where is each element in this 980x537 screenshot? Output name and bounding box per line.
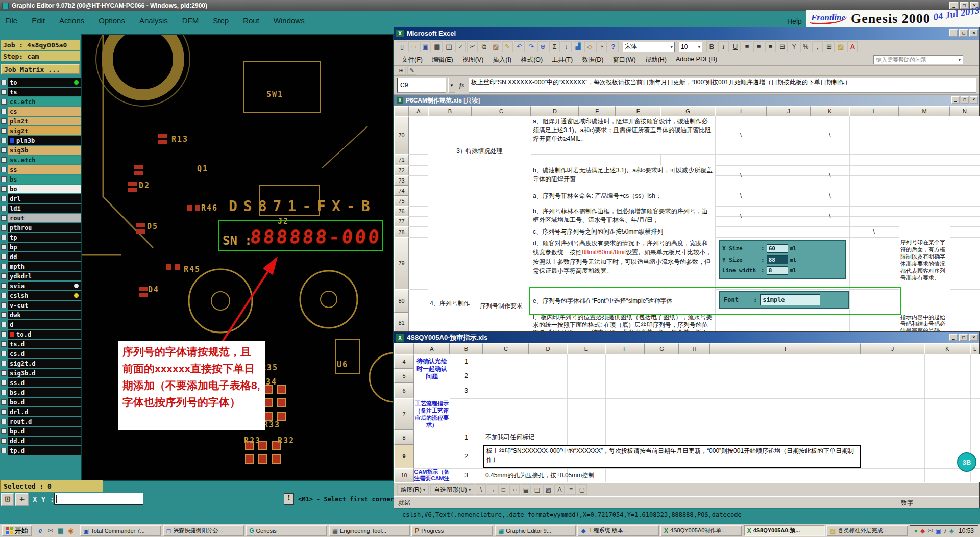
font-color-icon[interactable]: A xyxy=(847,41,858,52)
layer-checkbox[interactable] xyxy=(1,235,7,240)
insert-table-icon[interactable]: ⊞ xyxy=(397,67,406,75)
column-header[interactable]: A xyxy=(409,106,428,116)
chart-wizard-icon[interactable]: ▟ xyxy=(573,41,583,52)
cell-b6[interactable]: 3 xyxy=(450,383,483,398)
excel-close-button[interactable]: × xyxy=(969,29,978,37)
row-header[interactable]: 80 xyxy=(394,289,409,313)
row-header[interactable]: 75 xyxy=(394,196,409,206)
hyperlink-icon[interactable]: ⊕ xyxy=(537,41,548,52)
column-header[interactable]: E xyxy=(579,106,616,116)
drawing-tool-icon[interactable]: □ xyxy=(498,484,508,495)
cell-slash[interactable]: \ xyxy=(849,226,899,237)
layer-row[interactable]: bp xyxy=(1,242,81,252)
column-header[interactable]: B xyxy=(450,343,483,354)
layer-row[interactable]: ydkdrl xyxy=(1,271,81,281)
doc2-close-button[interactable]: × xyxy=(969,334,978,341)
cell-b9[interactable]: 2 xyxy=(450,445,483,468)
layer-checkbox[interactable] xyxy=(1,273,7,279)
layer-row[interactable]: ts.d xyxy=(1,339,81,349)
layer-checkbox[interactable] xyxy=(1,341,7,347)
layer-row[interactable]: ss xyxy=(1,165,81,174)
cell-row74[interactable]: a、序列号菲林名命名: 产品编号+cs（ss）lsh； xyxy=(531,186,715,206)
new-icon[interactable]: ▯ xyxy=(397,41,407,52)
bold-button[interactable]: B xyxy=(706,41,717,52)
column-header[interactable]: G xyxy=(660,106,715,116)
layer-row[interactable]: sig2t.d xyxy=(1,359,81,368)
tray-icon-volume[interactable]: ♪ xyxy=(944,527,947,534)
row-header[interactable]: 5 xyxy=(394,369,414,383)
row-header[interactable]: 78 xyxy=(394,226,409,237)
cell-row70[interactable]: a、阻焊开通窗区域印碳油时，阻焊开窗按顾客设计，碳油制作必须满足上述3.1)。a… xyxy=(531,116,715,154)
row-header[interactable]: 8 xyxy=(394,430,414,445)
redo-icon[interactable]: ↷ xyxy=(526,41,536,52)
layer-checkbox[interactable] xyxy=(1,89,7,95)
open-icon[interactable]: ▭ xyxy=(408,41,419,52)
taskbar-task[interactable]: X 4S8QY005A0-预... xyxy=(744,525,825,536)
drawing-tool-icon[interactable]: → xyxy=(487,484,497,495)
layer-checkbox[interactable] xyxy=(1,225,7,231)
taskbar-task[interactable]: G Genesis xyxy=(246,525,327,536)
cell-row78[interactable]: c、序列号与序列号之间的间距按50mm纵横排列 xyxy=(531,226,715,237)
spelling-icon[interactable]: ✓ xyxy=(455,41,466,52)
layer-row[interactable]: drl xyxy=(1,194,81,203)
column-header[interactable]: N xyxy=(950,106,979,116)
column-header[interactable]: K xyxy=(924,343,970,354)
layer-checkbox[interactable] xyxy=(1,147,7,153)
cell-slash[interactable]: \ xyxy=(715,116,767,154)
column-header[interactable]: M xyxy=(899,106,950,116)
currency-icon[interactable]: ￥ xyxy=(789,41,799,52)
tray-icon-shield[interactable]: ● xyxy=(914,527,918,534)
drawing-tool-icon[interactable]: A xyxy=(554,484,565,495)
column-header[interactable]: B xyxy=(428,106,472,116)
genesis-menu-item[interactable]: Options xyxy=(99,16,125,25)
excel-restore-button[interactable]: □ xyxy=(959,29,968,37)
column-header[interactable]: L xyxy=(970,343,979,354)
column-header[interactable]: C xyxy=(472,106,531,116)
media-player-icon[interactable]: ◉ xyxy=(66,526,76,535)
select-all-corner[interactable] xyxy=(394,343,414,354)
layer-checkbox[interactable] xyxy=(1,370,7,376)
row-header[interactable]: 7 xyxy=(394,398,414,430)
layer-row[interactable]: sig2t xyxy=(1,126,81,136)
genesis-menu-item[interactable]: File xyxy=(5,16,17,25)
undo-icon[interactable]: ↶ xyxy=(514,41,525,52)
tray-icon-alert[interactable]: ◆ xyxy=(920,527,925,534)
pcb-canvas[interactable]: SW1R13Q1D2R46D5J2R45D4U6R35R34R33R23R32 … xyxy=(81,34,394,481)
tray-icon-mail[interactable]: ✉ xyxy=(927,527,933,534)
taskbar-task[interactable]: P Progress xyxy=(411,525,493,536)
column-header[interactable]: I xyxy=(715,106,767,116)
cell-c9-active[interactable]: 板上丝印“SN:XXXXXX-000”中的“XXXXXX”，每次投板请按当前日期… xyxy=(483,445,861,468)
alert-icon[interactable]: ! xyxy=(284,493,294,505)
taskbar-task[interactable]: ◻ 兴森快捷衡阳分公... xyxy=(163,525,244,536)
print-preview-icon[interactable]: ◫ xyxy=(444,41,454,52)
layer-checkbox[interactable] xyxy=(1,283,7,289)
layer-checkbox[interactable] xyxy=(1,176,7,182)
layer-checkbox[interactable] xyxy=(1,206,7,211)
cell-c10[interactable]: 0.45mm的孔为压接孔，按±0.05mm控制 xyxy=(483,468,861,482)
clock[interactable]: 10:53 xyxy=(957,527,974,534)
layer-row[interactable]: sig3b.d xyxy=(1,368,81,378)
genesis-menu-item[interactable]: Rout xyxy=(243,16,259,25)
layer-checkbox[interactable] xyxy=(1,351,7,356)
column-header[interactable]: F xyxy=(605,343,645,354)
cell-slash[interactable]: \ xyxy=(811,186,849,206)
cell-row80[interactable]: e、序列号的字体都在“Font”中选择“simple”这种字体 xyxy=(531,289,715,313)
workbook-restore-button[interactable]: □ xyxy=(961,96,969,104)
insert-function-button[interactable]: fx xyxy=(457,78,467,89)
row-header[interactable]: 74 xyxy=(394,186,409,196)
row-header[interactable]: 4 xyxy=(394,354,414,369)
autoshapes-menu-button[interactable]: 自选图形(U)▾ xyxy=(430,484,474,495)
genesis-menu-item[interactable]: Step xyxy=(213,16,229,25)
xy-input[interactable] xyxy=(54,493,143,505)
layer-checkbox[interactable] xyxy=(1,264,7,269)
layer-checkbox[interactable] xyxy=(1,99,7,105)
layer-checkbox[interactable] xyxy=(1,380,7,386)
borders-icon[interactable]: ⊞ xyxy=(824,41,835,52)
layer-row[interactable]: ss.d xyxy=(1,378,81,388)
zoom-icon[interactable]: ◔ xyxy=(596,41,607,52)
cell-slash[interactable]: \ xyxy=(715,206,767,226)
layer-row[interactable]: ss.etch xyxy=(1,155,81,165)
genesis-menu-help[interactable]: Help xyxy=(787,17,802,25)
drawing-tool-icon[interactable]: ≡ xyxy=(566,484,576,495)
origin-button[interactable]: + xyxy=(15,493,29,506)
